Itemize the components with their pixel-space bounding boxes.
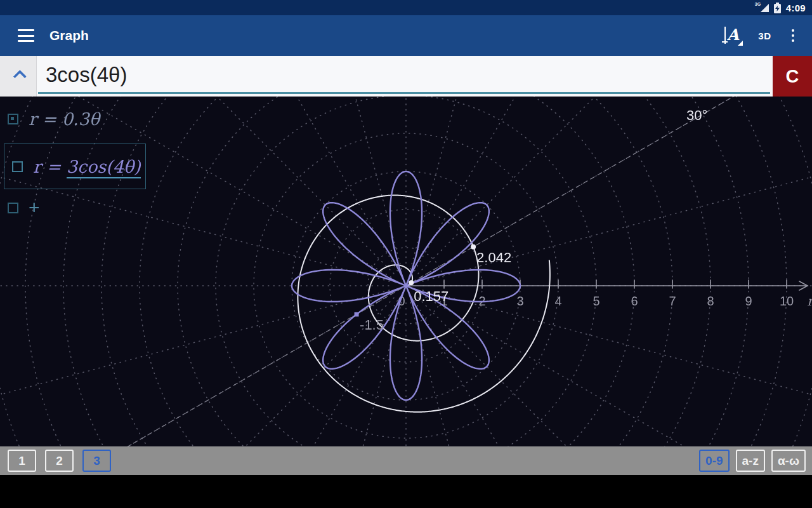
expression-input-bar: C bbox=[0, 56, 812, 97]
chevron-up-icon bbox=[13, 69, 27, 83]
keypad-greek-button[interactable]: α-ω bbox=[771, 450, 806, 472]
network-type-label: 3G bbox=[755, 2, 761, 6]
add-equation-label: + bbox=[29, 198, 40, 217]
keypad-page-2-button[interactable]: 2 bbox=[45, 450, 74, 472]
keypad-page-1-button[interactable]: 1 bbox=[8, 450, 36, 472]
add-equation-row[interactable]: + bbox=[8, 195, 40, 220]
equation-label: r = 0.3θ bbox=[29, 109, 100, 129]
keypad-toolbar: 1 2 3 0-9 a-z α-ω bbox=[0, 446, 812, 475]
overflow-menu-icon[interactable] bbox=[785, 25, 801, 46]
navigation-bar bbox=[0, 475, 812, 508]
collapse-keyboard-button[interactable] bbox=[0, 56, 37, 97]
expression-input[interactable] bbox=[37, 56, 773, 97]
clock: 4:09 bbox=[786, 3, 806, 13]
app-screen: 3G 4:09 Graph A 3D C bbox=[0, 0, 812, 508]
equation-checkbox[interactable] bbox=[8, 203, 18, 213]
view-3d-button[interactable]: 3D bbox=[753, 24, 776, 48]
equation-row-rose-selected[interactable]: r = 3cos(4θ) bbox=[4, 144, 146, 189]
page-title: Graph bbox=[49, 28, 89, 43]
text-style-icon[interactable]: A bbox=[720, 24, 744, 47]
graph-area: r = 0.3θ r = 3cos(4θ) + bbox=[0, 97, 812, 446]
input-underline bbox=[38, 92, 770, 94]
equation-checkbox[interactable] bbox=[8, 114, 18, 124]
signal-icon: 3G bbox=[756, 3, 769, 13]
status-bar: 3G 4:09 bbox=[0, 0, 812, 15]
keypad-page-3-button[interactable]: 3 bbox=[82, 450, 111, 472]
menu-icon[interactable] bbox=[18, 29, 34, 42]
equation-label: r = 3cos(4θ) bbox=[33, 157, 141, 177]
app-bar: Graph A 3D bbox=[0, 15, 812, 56]
clear-button[interactable]: C bbox=[773, 56, 812, 97]
battery-charging-icon bbox=[774, 4, 781, 13]
keypad-digits-button[interactable]: 0-9 bbox=[699, 450, 729, 472]
keypad-latin-button[interactable]: a-z bbox=[736, 450, 765, 472]
equation-checkbox[interactable] bbox=[12, 161, 23, 172]
equation-row-spiral[interactable]: r = 0.3θ bbox=[8, 106, 100, 131]
